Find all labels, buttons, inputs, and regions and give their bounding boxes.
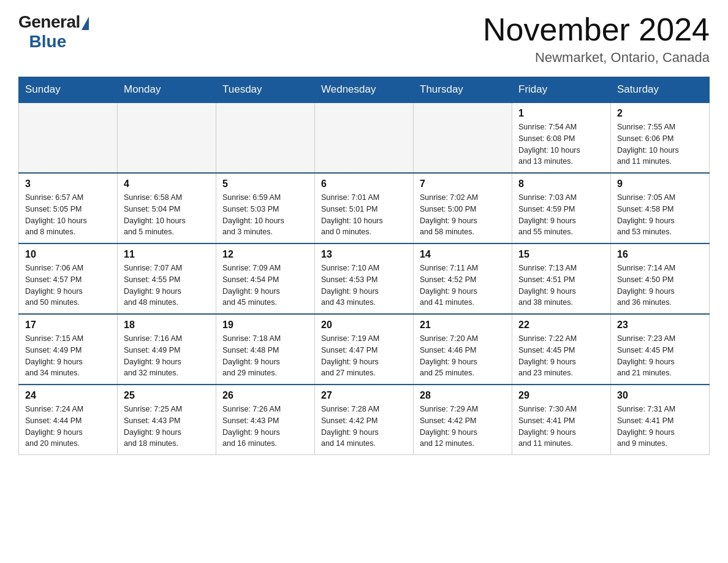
day-info: Sunrise: 7:01 AMSunset: 5:01 PMDaylight:… — [321, 192, 407, 238]
calendar-cell: 27Sunrise: 7:28 AMSunset: 4:42 PMDayligh… — [315, 385, 414, 455]
day-number: 19 — [222, 320, 308, 331]
day-info: Sunrise: 6:58 AMSunset: 5:04 PMDaylight:… — [124, 192, 210, 238]
calendar-cell: 23Sunrise: 7:23 AMSunset: 4:45 PMDayligh… — [611, 314, 710, 385]
day-info: Sunrise: 7:25 AMSunset: 4:43 PMDaylight:… — [124, 404, 210, 450]
day-number: 2 — [617, 108, 703, 119]
logo-blue-text: Blue — [20, 32, 66, 52]
day-number: 24 — [25, 390, 111, 401]
calendar-header-friday: Friday — [512, 77, 611, 103]
day-number: 26 — [222, 390, 308, 401]
day-info: Sunrise: 7:30 AMSunset: 4:41 PMDaylight:… — [518, 404, 604, 450]
day-info: Sunrise: 7:10 AMSunset: 4:53 PMDaylight:… — [321, 262, 407, 308]
day-info: Sunrise: 6:57 AMSunset: 5:05 PMDaylight:… — [25, 192, 111, 238]
day-number: 4 — [124, 178, 210, 190]
day-number: 9 — [617, 178, 703, 190]
calendar-header-thursday: Thursday — [414, 77, 512, 103]
calendar-week-row-1: 1Sunrise: 7:54 AMSunset: 6:08 PMDaylight… — [19, 102, 710, 173]
calendar-cell: 21Sunrise: 7:20 AMSunset: 4:46 PMDayligh… — [414, 314, 512, 385]
day-info: Sunrise: 7:28 AMSunset: 4:42 PMDaylight:… — [321, 404, 407, 450]
calendar-cell: 26Sunrise: 7:26 AMSunset: 4:43 PMDayligh… — [216, 385, 315, 455]
calendar-cell: 11Sunrise: 7:07 AMSunset: 4:55 PMDayligh… — [118, 243, 216, 314]
calendar-header-row: SundayMondayTuesdayWednesdayThursdayFrid… — [19, 77, 710, 103]
day-info: Sunrise: 7:05 AMSunset: 4:58 PMDaylight:… — [617, 192, 703, 238]
day-number: 11 — [124, 249, 210, 260]
calendar-week-row-5: 24Sunrise: 7:24 AMSunset: 4:44 PMDayligh… — [19, 385, 710, 455]
calendar-week-row-3: 10Sunrise: 7:06 AMSunset: 4:57 PMDayligh… — [19, 243, 710, 314]
day-number: 18 — [124, 320, 210, 331]
day-number: 13 — [321, 249, 407, 260]
day-number: 20 — [321, 320, 407, 331]
day-number: 7 — [420, 178, 506, 190]
logo: General Blue — [18, 12, 89, 52]
day-number: 23 — [617, 320, 703, 331]
day-number: 21 — [420, 320, 506, 331]
day-info: Sunrise: 7:29 AMSunset: 4:42 PMDaylight:… — [420, 404, 506, 450]
calendar-cell: 8Sunrise: 7:03 AMSunset: 4:59 PMDaylight… — [512, 173, 611, 243]
title-area: November 2024 Newmarket, Ontario, Canada — [483, 12, 710, 66]
day-info: Sunrise: 7:03 AMSunset: 4:59 PMDaylight:… — [518, 192, 604, 238]
day-info: Sunrise: 7:13 AMSunset: 4:51 PMDaylight:… — [518, 262, 604, 308]
day-number: 10 — [25, 249, 111, 260]
calendar-cell: 2Sunrise: 7:55 AMSunset: 6:06 PMDaylight… — [611, 102, 710, 173]
calendar-cell: 25Sunrise: 7:25 AMSunset: 4:43 PMDayligh… — [118, 385, 216, 455]
calendar-table: SundayMondayTuesdayWednesdayThursdayFrid… — [18, 77, 710, 455]
calendar-week-row-4: 17Sunrise: 7:15 AMSunset: 4:49 PMDayligh… — [19, 314, 710, 385]
day-number: 17 — [25, 320, 111, 331]
calendar-cell: 10Sunrise: 7:06 AMSunset: 4:57 PMDayligh… — [19, 243, 118, 314]
calendar-cell — [19, 102, 118, 173]
day-number: 8 — [518, 178, 604, 190]
calendar-header-sunday: Sunday — [19, 77, 118, 103]
calendar-cell: 30Sunrise: 7:31 AMSunset: 4:41 PMDayligh… — [611, 385, 710, 455]
calendar-header-tuesday: Tuesday — [216, 77, 315, 103]
location-title: Newmarket, Ontario, Canada — [483, 50, 710, 66]
calendar-cell: 13Sunrise: 7:10 AMSunset: 4:53 PMDayligh… — [315, 243, 414, 314]
calendar-cell: 1Sunrise: 7:54 AMSunset: 6:08 PMDaylight… — [512, 102, 611, 173]
calendar-cell: 5Sunrise: 6:59 AMSunset: 5:03 PMDaylight… — [216, 173, 315, 243]
day-info: Sunrise: 7:06 AMSunset: 4:57 PMDaylight:… — [25, 262, 111, 308]
day-number: 6 — [321, 178, 407, 190]
calendar-week-row-2: 3Sunrise: 6:57 AMSunset: 5:05 PMDaylight… — [19, 173, 710, 243]
month-title: November 2024 — [483, 12, 710, 47]
calendar-cell: 7Sunrise: 7:02 AMSunset: 5:00 PMDaylight… — [414, 173, 512, 243]
page-header: General Blue November 2024 Newmarket, On… — [18, 12, 710, 66]
day-number: 27 — [321, 390, 407, 401]
day-number: 30 — [617, 390, 703, 401]
calendar-cell: 20Sunrise: 7:19 AMSunset: 4:47 PMDayligh… — [315, 314, 414, 385]
day-info: Sunrise: 7:18 AMSunset: 4:48 PMDaylight:… — [222, 333, 308, 379]
calendar-cell: 22Sunrise: 7:22 AMSunset: 4:45 PMDayligh… — [512, 314, 611, 385]
day-info: Sunrise: 7:24 AMSunset: 4:44 PMDaylight:… — [25, 404, 111, 450]
calendar-cell — [118, 102, 216, 173]
logo-general-text: General — [18, 12, 80, 32]
day-number: 25 — [124, 390, 210, 401]
day-info: Sunrise: 7:22 AMSunset: 4:45 PMDaylight:… — [518, 333, 604, 379]
calendar-cell — [216, 102, 315, 173]
day-info: Sunrise: 6:59 AMSunset: 5:03 PMDaylight:… — [222, 192, 308, 238]
calendar-cell — [315, 102, 414, 173]
calendar-cell: 28Sunrise: 7:29 AMSunset: 4:42 PMDayligh… — [414, 385, 512, 455]
day-number: 5 — [222, 178, 308, 190]
calendar-cell: 19Sunrise: 7:18 AMSunset: 4:48 PMDayligh… — [216, 314, 315, 385]
calendar-cell: 29Sunrise: 7:30 AMSunset: 4:41 PMDayligh… — [512, 385, 611, 455]
calendar-cell: 15Sunrise: 7:13 AMSunset: 4:51 PMDayligh… — [512, 243, 611, 314]
calendar-header-saturday: Saturday — [611, 77, 710, 103]
calendar-cell: 9Sunrise: 7:05 AMSunset: 4:58 PMDaylight… — [611, 173, 710, 243]
calendar-cell: 6Sunrise: 7:01 AMSunset: 5:01 PMDaylight… — [315, 173, 414, 243]
day-info: Sunrise: 7:26 AMSunset: 4:43 PMDaylight:… — [222, 404, 308, 450]
day-number: 28 — [420, 390, 506, 401]
calendar-cell: 14Sunrise: 7:11 AMSunset: 4:52 PMDayligh… — [414, 243, 512, 314]
day-number: 16 — [617, 249, 703, 260]
calendar-header-monday: Monday — [118, 77, 216, 103]
day-info: Sunrise: 7:19 AMSunset: 4:47 PMDaylight:… — [321, 333, 407, 379]
day-info: Sunrise: 7:07 AMSunset: 4:55 PMDaylight:… — [124, 262, 210, 308]
day-info: Sunrise: 7:02 AMSunset: 5:00 PMDaylight:… — [420, 192, 506, 238]
calendar-cell: 18Sunrise: 7:16 AMSunset: 4:49 PMDayligh… — [118, 314, 216, 385]
calendar-header-wednesday: Wednesday — [315, 77, 414, 103]
calendar-cell: 12Sunrise: 7:09 AMSunset: 4:54 PMDayligh… — [216, 243, 315, 314]
day-info: Sunrise: 7:14 AMSunset: 4:50 PMDaylight:… — [617, 262, 703, 308]
calendar-cell: 17Sunrise: 7:15 AMSunset: 4:49 PMDayligh… — [19, 314, 118, 385]
calendar-cell — [414, 102, 512, 173]
day-number: 22 — [518, 320, 604, 331]
day-info: Sunrise: 7:23 AMSunset: 4:45 PMDaylight:… — [617, 333, 703, 379]
day-info: Sunrise: 7:16 AMSunset: 4:49 PMDaylight:… — [124, 333, 210, 379]
day-info: Sunrise: 7:15 AMSunset: 4:49 PMDaylight:… — [25, 333, 111, 379]
